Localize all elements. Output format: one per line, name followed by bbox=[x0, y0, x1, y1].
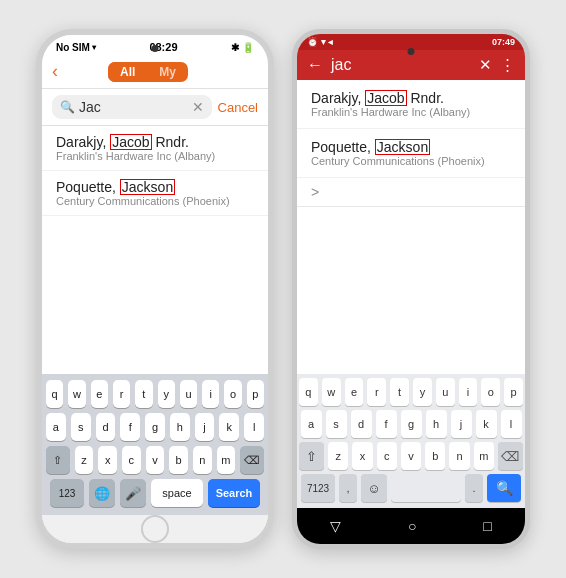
key-g[interactable]: g bbox=[145, 413, 165, 441]
key-j[interactable]: j bbox=[195, 413, 215, 441]
akey-r[interactable]: r bbox=[367, 378, 386, 406]
key-o[interactable]: o bbox=[224, 380, 241, 408]
akey-o[interactable]: o bbox=[481, 378, 500, 406]
akey-t[interactable]: t bbox=[390, 378, 409, 406]
akey-k[interactable]: k bbox=[476, 410, 497, 438]
android-toolbar-right: ✕ ⋮ bbox=[479, 56, 515, 74]
akey-n[interactable]: n bbox=[449, 442, 469, 470]
akey-c[interactable]: c bbox=[377, 442, 397, 470]
globe-key[interactable]: 🌐 bbox=[89, 479, 115, 507]
akey-j[interactable]: j bbox=[451, 410, 472, 438]
key-h[interactable]: h bbox=[170, 413, 190, 441]
ios-num-key[interactable]: 123 bbox=[50, 479, 84, 507]
akey-l[interactable]: l bbox=[501, 410, 522, 438]
android-recent-nav[interactable]: □ bbox=[483, 518, 491, 534]
key-c[interactable]: c bbox=[122, 446, 141, 474]
akey-m[interactable]: m bbox=[474, 442, 494, 470]
ios-kbd-row-1: q w e r t y u i o p bbox=[46, 380, 264, 408]
akey-i[interactable]: i bbox=[459, 378, 478, 406]
android-back-button[interactable]: ← bbox=[307, 56, 323, 74]
shift-key[interactable]: ⇧ bbox=[46, 446, 70, 474]
ios-phone: No SIM ▾ 08:29 ✱ 🔋 ‹ All My 🔍 Jac ✕ Canc… bbox=[36, 29, 274, 549]
key-v[interactable]: v bbox=[146, 446, 165, 474]
ios-carrier: No SIM bbox=[56, 42, 90, 53]
akey-y[interactable]: y bbox=[413, 378, 432, 406]
key-r[interactable]: r bbox=[113, 380, 130, 408]
ios-seg-all[interactable]: All bbox=[108, 62, 147, 82]
key-t[interactable]: t bbox=[135, 380, 152, 408]
akey-q[interactable]: q bbox=[299, 378, 318, 406]
akey-f[interactable]: f bbox=[376, 410, 397, 438]
akey-x[interactable]: x bbox=[352, 442, 372, 470]
key-s[interactable]: s bbox=[71, 413, 91, 441]
android-shift-key[interactable]: ⇧ bbox=[299, 442, 324, 470]
key-a[interactable]: a bbox=[46, 413, 66, 441]
akey-h[interactable]: h bbox=[426, 410, 447, 438]
ios-result-name-2: Poquette, Jackson bbox=[56, 179, 254, 195]
list-item[interactable]: Poquette, Jackson Century Communications… bbox=[42, 171, 268, 216]
key-l[interactable]: l bbox=[244, 413, 264, 441]
mic-key[interactable]: 🎤 bbox=[120, 479, 146, 507]
akey-u[interactable]: u bbox=[436, 378, 455, 406]
ios-search-input[interactable]: Jac bbox=[79, 99, 188, 115]
android-emoji-key[interactable]: ☺ bbox=[361, 474, 387, 502]
android-home-nav[interactable]: ○ bbox=[408, 518, 416, 534]
akey-b[interactable]: b bbox=[425, 442, 445, 470]
android-period-key[interactable]: . bbox=[465, 474, 483, 502]
ios-home-button[interactable] bbox=[141, 515, 169, 543]
ios-result-sub-2: Century Communications (Phoenix) bbox=[56, 195, 254, 207]
space-key[interactable]: space bbox=[151, 479, 203, 507]
android-delete-key[interactable]: ⌫ bbox=[498, 442, 523, 470]
ios-clear-button[interactable]: ✕ bbox=[192, 99, 204, 115]
akey-p[interactable]: p bbox=[504, 378, 523, 406]
ios-cancel-button[interactable]: Cancel bbox=[218, 100, 258, 115]
ios-back-button[interactable]: ‹ bbox=[52, 61, 58, 82]
android-comma-key[interactable]: , bbox=[339, 474, 357, 502]
akey-z[interactable]: z bbox=[328, 442, 348, 470]
key-n[interactable]: n bbox=[193, 446, 212, 474]
akey-v[interactable]: v bbox=[401, 442, 421, 470]
key-i[interactable]: i bbox=[202, 380, 219, 408]
key-b[interactable]: b bbox=[169, 446, 188, 474]
key-m[interactable]: m bbox=[217, 446, 236, 474]
key-k[interactable]: k bbox=[219, 413, 239, 441]
ios-result-name-1: Darakjy, Jacob Rndr. bbox=[56, 134, 254, 150]
android-search-button[interactable]: 🔍 bbox=[487, 474, 521, 502]
list-item[interactable]: Darakjy, Jacob Rndr. Franklin's Hardware… bbox=[297, 80, 525, 129]
android-search-field[interactable]: jac bbox=[331, 56, 471, 74]
ios-kbd-row-3: ⇧ z x c v b n m ⌫ bbox=[46, 446, 264, 474]
akey-a[interactable]: a bbox=[301, 410, 322, 438]
akey-s[interactable]: s bbox=[326, 410, 347, 438]
key-y[interactable]: y bbox=[158, 380, 175, 408]
key-p[interactable]: p bbox=[247, 380, 264, 408]
list-item[interactable]: Darakjy, Jacob Rndr. Franklin's Hardware… bbox=[42, 126, 268, 171]
android-back-nav[interactable]: ▽ bbox=[330, 518, 341, 534]
akey-g[interactable]: g bbox=[401, 410, 422, 438]
key-x[interactable]: x bbox=[98, 446, 117, 474]
key-d[interactable]: d bbox=[96, 413, 116, 441]
akey-e[interactable]: e bbox=[345, 378, 364, 406]
key-e[interactable]: e bbox=[91, 380, 108, 408]
android-num-key[interactable]: 7123 bbox=[301, 474, 335, 502]
android-nav-bar: ▽ ○ □ bbox=[297, 508, 525, 544]
key-q[interactable]: q bbox=[46, 380, 63, 408]
android-more-button[interactable]: ⋮ bbox=[500, 56, 515, 74]
key-w[interactable]: w bbox=[68, 380, 85, 408]
delete-key[interactable]: ⌫ bbox=[240, 446, 264, 474]
ios-search-button[interactable]: Search bbox=[208, 479, 260, 507]
android-result-sub-1: Franklin's Hardware Inc (Albany) bbox=[311, 106, 511, 118]
android-more-results[interactable]: > bbox=[297, 178, 525, 207]
akey-d[interactable]: d bbox=[351, 410, 372, 438]
android-keyboard: q w e r t y u i o p a s d f g h j k l ⇧ … bbox=[297, 374, 525, 508]
ios-seg-my[interactable]: My bbox=[147, 62, 188, 82]
ios-status-left: No SIM ▾ bbox=[56, 42, 96, 53]
android-clear-button[interactable]: ✕ bbox=[479, 56, 492, 74]
akey-w[interactable]: w bbox=[322, 378, 341, 406]
android-time: 07:49 bbox=[492, 37, 515, 47]
key-z[interactable]: z bbox=[75, 446, 94, 474]
android-space-key[interactable] bbox=[391, 474, 461, 502]
key-u[interactable]: u bbox=[180, 380, 197, 408]
list-item[interactable]: Poquette, Jackson Century Communications… bbox=[297, 129, 525, 178]
key-f[interactable]: f bbox=[120, 413, 140, 441]
ios-bluetooth-icon: ✱ bbox=[231, 42, 239, 53]
